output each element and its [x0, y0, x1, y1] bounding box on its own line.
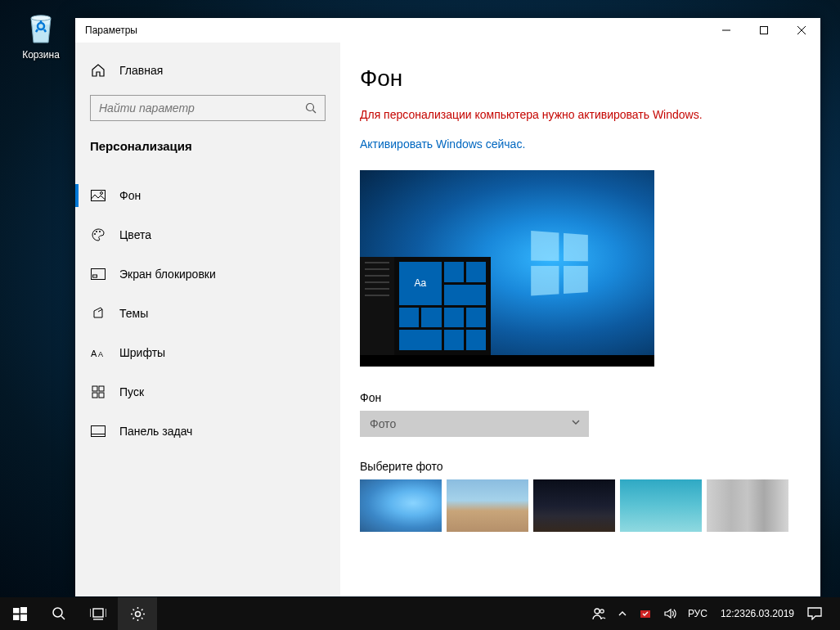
svg-text:A: A	[91, 349, 97, 358]
photo-thumb-3[interactable]	[533, 479, 615, 532]
chevron-down-icon	[571, 417, 581, 427]
tray-date: 26.03.2019	[745, 608, 794, 619]
photo-thumb-4[interactable]	[620, 479, 702, 532]
start-button[interactable]	[0, 597, 39, 630]
sidebar-item-label: Пуск	[119, 385, 144, 398]
svg-point-32	[135, 611, 140, 616]
svg-point-0	[31, 16, 51, 20]
tray-action-center[interactable]	[802, 597, 827, 630]
taskbar-settings-button[interactable]	[118, 597, 157, 630]
window-title: Параметры	[85, 25, 707, 36]
search-icon	[305, 102, 317, 114]
sidebar-item-background[interactable]: Фон	[75, 176, 340, 215]
search-input-wrap[interactable]	[90, 95, 326, 121]
tray-time: 12:23	[721, 608, 745, 619]
svg-rect-13	[93, 275, 97, 277]
settings-window: Параметры Главная	[75, 18, 820, 596]
maximize-button[interactable]	[745, 18, 783, 43]
desktop: Корзина Параметры Главная	[0, 0, 840, 597]
sidebar-item-label: Темы	[119, 307, 148, 320]
lockscreen-icon	[90, 268, 106, 280]
sidebar-item-start[interactable]: Пуск	[75, 372, 340, 412]
sidebar-item-lockscreen[interactable]: Экран блокировки	[75, 254, 340, 294]
svg-rect-24	[13, 614, 20, 620]
themes-icon	[90, 307, 106, 320]
photo-thumb-5[interactable]	[707, 479, 788, 532]
activation-warning: Для персонализации компьютера нужно акти…	[360, 108, 801, 121]
svg-point-9	[94, 233, 96, 235]
svg-point-33	[595, 609, 600, 614]
svg-rect-2	[761, 27, 768, 34]
sidebar: Главная Персонализация Фон	[75, 43, 340, 596]
svg-text:A: A	[98, 350, 103, 358]
background-select-value: Фото	[370, 417, 396, 430]
sidebar-item-label: Фон	[119, 189, 141, 202]
sidebar-item-label: Шрифты	[119, 346, 165, 359]
desktop-preview: Aa	[360, 170, 654, 367]
tray-clock[interactable]: 12:23 26.03.2019	[714, 597, 801, 630]
close-button[interactable]	[783, 18, 820, 43]
home-icon	[90, 63, 106, 78]
sidebar-item-taskbar[interactable]: Панель задач	[75, 412, 340, 451]
page-title: Фон	[360, 65, 801, 92]
svg-rect-7	[92, 191, 106, 201]
search-input[interactable]	[99, 101, 305, 115]
photo-thumbnails	[360, 479, 801, 532]
svg-rect-16	[92, 386, 97, 391]
svg-line-6	[313, 110, 317, 114]
fonts-icon: AA	[90, 347, 106, 358]
tray-volume[interactable]	[658, 597, 681, 630]
background-label: Фон	[360, 391, 801, 404]
photo-thumb-1[interactable]	[360, 479, 442, 532]
sidebar-item-label: Экран блокировки	[119, 268, 216, 281]
sidebar-item-fonts[interactable]: AA Шрифты	[75, 333, 340, 372]
sidebar-item-colors[interactable]: Цвета	[75, 215, 340, 254]
taskbar-search-button[interactable]	[39, 597, 79, 630]
tray-security[interactable]	[634, 597, 657, 630]
choose-photo-label: Выберите фото	[360, 460, 801, 473]
svg-rect-22	[13, 608, 20, 614]
activate-link[interactable]: Активировать Windows сейчас.	[360, 137, 801, 151]
svg-point-8	[101, 192, 103, 195]
sidebar-home-label: Главная	[119, 64, 163, 77]
svg-rect-28	[93, 609, 103, 617]
svg-rect-20	[92, 426, 106, 437]
sidebar-item-label: Цвета	[119, 228, 151, 241]
recycle-bin[interactable]: Корзина	[16, 8, 65, 61]
titlebar[interactable]: Параметры	[75, 18, 820, 43]
svg-point-5	[307, 104, 314, 111]
tray-language[interactable]: РУС	[683, 597, 712, 630]
sidebar-category: Персонализация	[75, 134, 340, 168]
picture-icon	[90, 190, 106, 201]
svg-rect-25	[20, 614, 27, 621]
svg-rect-18	[92, 393, 97, 398]
svg-rect-23	[20, 607, 27, 614]
preview-sample-text: Aa	[399, 262, 442, 305]
svg-line-27	[61, 616, 65, 619]
svg-point-11	[99, 231, 101, 232]
tray-people[interactable]	[586, 597, 611, 630]
sidebar-item-themes[interactable]: Темы	[75, 294, 340, 333]
taskbar-icon	[90, 425, 106, 437]
photo-thumb-2[interactable]	[447, 479, 528, 532]
svg-point-10	[96, 231, 97, 232]
palette-icon	[90, 227, 106, 242]
recycle-bin-label: Корзина	[16, 49, 65, 61]
start-icon	[90, 385, 106, 398]
svg-point-26	[53, 608, 62, 617]
svg-rect-12	[92, 269, 106, 280]
sidebar-item-label: Панель задач	[119, 425, 192, 438]
minimize-button[interactable]	[707, 18, 745, 43]
background-select[interactable]: Фото	[360, 411, 589, 437]
taskbar: РУС 12:23 26.03.2019	[0, 597, 840, 630]
task-view-button[interactable]	[79, 597, 118, 630]
svg-rect-19	[99, 393, 104, 398]
svg-rect-17	[99, 386, 104, 391]
recycle-bin-icon	[21, 8, 61, 47]
svg-point-34	[600, 610, 604, 613]
sidebar-home[interactable]: Главная	[75, 54, 340, 87]
tray-overflow[interactable]	[613, 597, 632, 630]
show-desktop-button[interactable]	[829, 597, 835, 630]
content: Фон Для персонализации компьютера нужно …	[340, 43, 820, 596]
